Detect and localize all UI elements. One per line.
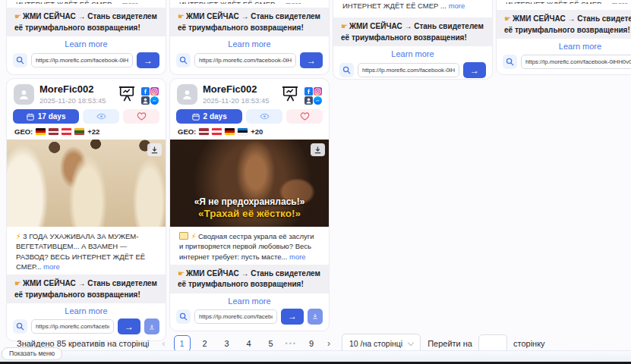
landing-url-input[interactable] xyxy=(194,309,277,324)
search-icon[interactable] xyxy=(503,55,517,69)
flag-lithuania-icon xyxy=(74,128,84,135)
geo-more-count[interactable]: +20 xyxy=(251,127,263,136)
account-icon[interactable] xyxy=(304,94,313,102)
clipped-ad-text: ИНТЕРНЕТ ЖДЁТ ЕЁ СМЕР ... more xyxy=(7,0,166,4)
learn-more-link[interactable]: Learn more xyxy=(170,36,329,50)
cta-headline: ☛ЖМИ СЕЙЧАС → Стань свидетелем её триумф… xyxy=(170,8,329,36)
overlay-line-1: «Я не предохранялась!» xyxy=(170,196,329,207)
cta-headline: ☛ЖМИ СЕЙЧАС → Стань свидетелем её триумф… xyxy=(7,8,166,36)
profile-name: MoreFic002 xyxy=(39,84,112,95)
creative-actions: 2 days xyxy=(170,108,329,124)
instagram-icon[interactable] xyxy=(150,85,159,93)
chevron-down-icon xyxy=(408,339,414,345)
profile-name: MoreFic002 xyxy=(203,84,276,95)
eye-icon xyxy=(260,113,270,120)
geo-more-count[interactable]: +22 xyxy=(87,127,99,136)
landing-url-input[interactable] xyxy=(521,55,631,69)
page-button-3[interactable]: 3 xyxy=(219,337,235,350)
ad-preview-image[interactable] xyxy=(7,140,166,227)
instagram-icon[interactable] xyxy=(314,85,322,93)
messenger-icon[interactable] xyxy=(150,94,159,102)
card-action-icons xyxy=(281,84,322,105)
calendar-icon xyxy=(192,113,200,121)
views-button[interactable] xyxy=(246,109,282,124)
flag-germany-icon xyxy=(36,128,46,135)
more-link[interactable]: more xyxy=(289,253,306,261)
flag-austria-icon xyxy=(212,128,222,135)
creative-card-partial: ИНТЕРНЕТ ЖДЁТ ЕЁ СМЕР ... more ☛ЖМИ СЕЙЧ… xyxy=(169,0,330,75)
platform-icons xyxy=(304,85,322,102)
flag-latvia-icon xyxy=(199,128,209,135)
overlay-line-2: «Трахай её жёстко!» xyxy=(170,208,329,219)
ad-text: ⚡ Сводная сестра украла её заслуги и при… xyxy=(170,227,329,265)
landing-url-row: → xyxy=(170,307,329,331)
clipped-ad-text: ИНТЕРНЕТ ЖДЁТ ЕЁ СМЕР ... more xyxy=(497,0,631,4)
creative-card-partial: ИНТЕРНЕТ ЖДЁТ ЕЁ СМЕР ... more ☛ЖМИ СЕЙЧ… xyxy=(496,0,631,75)
next-page-icon[interactable]: › xyxy=(326,338,332,349)
cta-headline: ☛ЖМИ СЕЙЧАС → Стань свидетелем её триумф… xyxy=(497,10,631,39)
landing-url-row: → xyxy=(170,50,329,74)
search-icon[interactable] xyxy=(13,53,27,67)
creative-timestamp: 2025-11-20 18:53:45 xyxy=(39,96,112,105)
page-button-1[interactable]: 1 xyxy=(174,335,191,352)
page-button-4[interactable]: 4 xyxy=(241,337,257,350)
platform-icons xyxy=(141,85,159,102)
landing-url-row xyxy=(497,52,631,75)
learn-more-link[interactable]: Learn more xyxy=(170,293,329,307)
learn-more-link[interactable]: Learn more xyxy=(7,36,166,50)
chart-board-icon[interactable] xyxy=(118,85,136,105)
landing-url-input[interactable] xyxy=(31,53,133,67)
flag-germany-icon xyxy=(225,128,235,135)
download-image-icon[interactable] xyxy=(147,143,162,156)
ad-preview-image[interactable]: «Я не предохранялась!» «Трахай её жёстко… xyxy=(170,140,329,227)
learn-more-link[interactable]: Learn more xyxy=(333,46,492,60)
page-button-5[interactable]: 5 xyxy=(263,337,279,350)
profile-row: MoreFic002 2025-11-20 18:53:45 xyxy=(7,79,166,108)
pagination-ellipsis[interactable]: ••• xyxy=(286,340,297,347)
profile-row: MoreFic002 2025-11-20 18:53:45 xyxy=(170,79,329,108)
download-image-icon[interactable] xyxy=(311,143,325,156)
days-active-button[interactable]: 2 days xyxy=(176,109,242,124)
facebook-icon[interactable] xyxy=(141,85,150,93)
views-button[interactable] xyxy=(83,109,119,124)
favorite-button[interactable] xyxy=(123,109,159,124)
open-url-button[interactable]: → xyxy=(118,318,140,334)
prev-page-icon[interactable]: ‹ xyxy=(161,338,167,349)
account-icon[interactable] xyxy=(141,94,150,102)
landing-url-input[interactable] xyxy=(194,53,296,67)
facebook-icon[interactable] xyxy=(304,85,313,93)
learn-more-link[interactable]: Learn more xyxy=(497,39,631,52)
ad-text: ⚡ 3 ГОДА УХАЖИВАЛА ЗА МУЖЕМ-ВЕГЕТАТИВЦЕМ… xyxy=(7,227,166,275)
show-menu-button[interactable]: Показать меню xyxy=(2,347,62,360)
learn-more-link[interactable]: Learn more xyxy=(7,303,166,317)
landing-url-input[interactable] xyxy=(358,63,459,77)
landing-url-row: → xyxy=(333,60,492,80)
lightning-icon: ⚡ xyxy=(16,232,21,240)
download-url-button[interactable] xyxy=(308,309,323,325)
more-link[interactable]: more xyxy=(43,262,60,271)
page-button-2[interactable]: 2 xyxy=(197,337,213,350)
search-icon[interactable] xyxy=(339,63,354,77)
landing-url-input[interactable] xyxy=(31,319,114,334)
arrow-right-icon: → xyxy=(307,56,316,65)
pointing-hand-icon: ☛ xyxy=(178,12,185,20)
open-url-button[interactable]: → xyxy=(463,62,486,78)
open-url-button[interactable]: → xyxy=(281,309,304,325)
truncated-ad-text: ИНТЕРНЕТ ЖДЁТ ЕЁ СМЕР ... more xyxy=(333,0,492,11)
bottom-bar xyxy=(0,350,631,362)
days-active-button[interactable]: 17 days xyxy=(13,109,79,124)
download-url-button[interactable] xyxy=(144,318,159,334)
arrow-right-icon: → xyxy=(470,66,479,75)
search-icon[interactable] xyxy=(176,309,191,324)
pointing-hand-icon: ☛ xyxy=(504,14,511,23)
messenger-icon[interactable] xyxy=(314,94,322,102)
arrow-right-icon: → xyxy=(288,312,297,321)
open-url-button[interactable]: → xyxy=(137,52,159,68)
search-icon[interactable] xyxy=(13,319,27,334)
chart-board-icon[interactable] xyxy=(281,85,299,105)
more-link[interactable]: more xyxy=(449,2,465,10)
open-url-button[interactable]: → xyxy=(300,52,323,68)
favorite-button[interactable] xyxy=(286,109,323,124)
page-button-last[interactable]: 9 xyxy=(304,337,319,350)
search-icon[interactable] xyxy=(176,53,191,67)
